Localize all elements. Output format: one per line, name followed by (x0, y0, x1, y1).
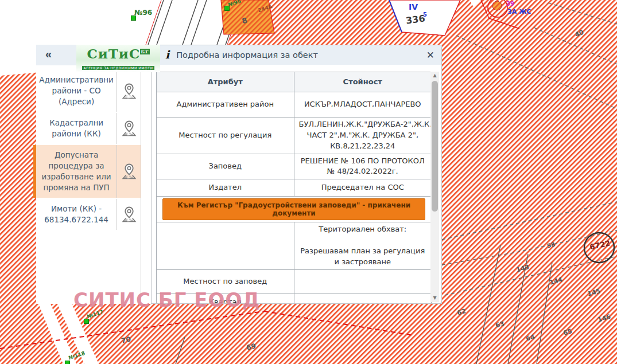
dialog-title: Подробна информация за обект (176, 50, 318, 60)
attribute-cell (157, 222, 294, 269)
attribute-cell: Квартал (157, 293, 294, 304)
register-link-button[interactable]: Към Регистър "Градоустройствени заповеди… (162, 198, 425, 220)
value-cell: Териториален обхват: Разрешавам план за … (294, 222, 432, 269)
sidebar-item-label: Имоти (КК) - 68134.6722.144 (36, 199, 117, 230)
map-pin-icon (121, 206, 138, 223)
sidebar-item-1[interactable]: Кадастрални райони (КК) (36, 113, 141, 144)
logo-sup: БГ (140, 49, 149, 54)
table-row: Към Регистър "Градоустройствени заповеди… (157, 197, 432, 222)
close-icon[interactable]: ✕ (425, 49, 436, 61)
attribute-cell: Заповед (157, 154, 294, 179)
map-pin-icon (121, 120, 138, 137)
layer-icon-cell (117, 70, 141, 112)
table-header-row: АтрибутСтойност (157, 72, 432, 92)
button-cell: Към Регистър "Градоустройствени заповеди… (157, 197, 432, 222)
map-pin-icon (121, 83, 138, 100)
value-cell: Председател на СОС (294, 179, 432, 197)
value-cell (294, 269, 432, 293)
dialog-scrollbar[interactable]: ▲ ▼ (430, 72, 439, 302)
layer-icon-cell (117, 113, 141, 144)
info-icon: i (165, 48, 169, 61)
scrollbar-thumb[interactable] (432, 81, 438, 212)
sidebar-item-2[interactable]: Допусната процедура за изработване или п… (33, 145, 141, 198)
sidebar-item-label: Кадастрални райони (КК) (36, 113, 117, 144)
layer-icon-cell (117, 199, 141, 230)
scroll-up-icon[interactable]: ▲ (430, 72, 439, 80)
app-window: №96№95244А8IV533639ЗА ЖС4058672214314414… (0, 0, 617, 364)
dialog-header: i Подробна информация за обект ✕ (152, 45, 441, 65)
value-cell: РЕШЕНИЕ № 106 ПО ПРОТОКОЛ № 48/24.02.202… (294, 154, 432, 179)
value-cell: ИСКЪР,МЛАДОСТ,ПАНЧАРЕВО (294, 92, 432, 118)
attribute-cell: Административен район (157, 92, 294, 118)
info-dialog: i Подробна информация за обект ✕ Атрибут… (151, 45, 442, 304)
value-cell: БУЛ.ЛЕНИН,Ж.К."ДРУЖБА-2",Ж.К."ДРУЖБА-2-Ч… (294, 118, 432, 154)
sidebar-item-0[interactable]: Административни райони - СО (Адреси) (36, 70, 141, 112)
attribute-cell: Издател (157, 179, 294, 197)
table-row: Местност по регулацияБУЛ.ЛЕНИН,Ж.К."ДРУЖ… (157, 118, 432, 154)
sidebar-item-3[interactable]: Имоти (КК) - 68134.6722.144 (36, 199, 141, 230)
sidebar-item-label: Административни райони - СО (Адреси) (36, 70, 117, 112)
table-row: Квартал (157, 293, 432, 304)
value-cell (294, 293, 432, 304)
column-header: Стойност (294, 72, 432, 92)
table-row: Местност по заповед (157, 269, 432, 293)
logo-url: www.city.s.bg (76, 72, 160, 72)
layers-sidebar: « Административни райони - СО (Адреси) К… (36, 45, 151, 304)
table-row: ЗаповедРЕШЕНИЕ № 106 ПО ПРОТОКОЛ № 48/24… (157, 154, 432, 179)
logo-title: СиТиСБГ (76, 45, 160, 61)
attribute-cell: Местност по заповед (157, 269, 294, 293)
sidebar-collapse-button[interactable]: « (36, 48, 52, 62)
table-row: Административен районИСКЪР,МЛАДОСТ,ПАНЧА… (157, 92, 432, 118)
sidebar-items: Административни райони - СО (Адреси) Кад… (36, 65, 141, 302)
logo-subtitle: АГЕНЦИЯ ЗА НЕДВИЖИМИ ИМОТИ (82, 66, 155, 70)
agency-logo: СиТиСБГ АГЕНЦИЯ ЗА НЕДВИЖИМИ ИМОТИ www.c… (76, 45, 160, 72)
column-header: Атрибут (157, 72, 294, 92)
map-pin-icon (121, 163, 138, 180)
table-row: ИздателПредседател на СОС (157, 179, 432, 197)
sidebar-item-label: Допусната процедура за изработване или п… (36, 145, 117, 198)
layer-icon-cell (117, 145, 141, 198)
table-row: Териториален обхват: Разрешавам план за … (157, 222, 432, 269)
scroll-down-icon[interactable]: ▼ (430, 294, 439, 302)
attribute-cell: Местност по регулация (157, 118, 294, 154)
attributes-table: АтрибутСтойност Административен районИСК… (156, 72, 432, 304)
